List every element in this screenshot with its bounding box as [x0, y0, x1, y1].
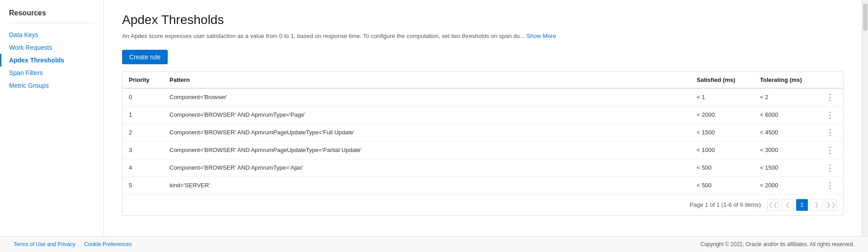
page-title: Apdex Thresholds [122, 13, 844, 27]
pagination-prev-btn[interactable]: ❮ [782, 199, 793, 211]
page-description: An Apdex score expresses user satisfacti… [122, 32, 844, 41]
cell-pattern: Component='BROWSER' AND ApmrumType='Page… [163, 106, 690, 124]
pagination-next-btn[interactable]: ❯ [811, 199, 822, 211]
cell-satisfied: < 1500 [690, 124, 754, 141]
main-content: Apdex Thresholds An Apdex score expresse… [104, 0, 862, 236]
cell-pattern: kind='SERVER' [163, 176, 690, 194]
copyright: Copyright © 2022, Oracle and/or its affi… [700, 241, 854, 247]
pagination-info: Page 1 of 1 (1-6 of 6 items) [689, 201, 761, 208]
sidebar-divider [9, 23, 94, 23]
page-label: Page [689, 201, 703, 208]
table-row: 3 Component='BROWSER' AND ApmrumPageUpda… [123, 141, 843, 159]
cell-actions: ⋮ [817, 106, 843, 124]
cell-satisfied: < 1000 [690, 141, 754, 159]
description-text: An Apdex score expresses user satisfacti… [122, 33, 525, 39]
items-info: (1-6 of 6 items) [722, 201, 761, 208]
footer-links: Terms of Use and Privacy Cookie Preferen… [14, 241, 139, 247]
scrollbar-track[interactable] [862, 0, 868, 236]
cell-priority: 5 [123, 176, 163, 194]
cell-pattern: Component='Browser' [163, 88, 690, 106]
table-row: 5 kind='SERVER' < 500 < 2000 ⋮ [123, 176, 843, 194]
cell-satisfied: < 500 [690, 159, 754, 176]
col-header-tolerating: Tolerating (ms) [754, 72, 817, 88]
col-header-priority: Priority [123, 72, 163, 88]
cell-priority: 3 [123, 141, 163, 159]
page-num: 1 [705, 201, 710, 208]
cell-satisfied: < 1 [690, 88, 754, 106]
col-header-satisfied: Satisfied (ms) [690, 72, 754, 88]
create-rule-button[interactable]: Create rule [122, 50, 168, 64]
table-header-row: Priority Pattern Satisfied (ms) Tolerati… [123, 72, 843, 88]
total-pages: 1 [717, 201, 722, 208]
cell-priority: 1 [123, 106, 163, 124]
sidebar: Resources Data KeysWork RequestsApdex Th… [0, 0, 104, 236]
sidebar-item-work-requests[interactable]: Work Requests [0, 41, 104, 54]
cell-tolerating: < 4500 [754, 124, 817, 141]
cell-tolerating: < 2 [754, 88, 817, 106]
row-action-menu[interactable]: ⋮ [823, 127, 837, 138]
cell-priority: 2 [123, 124, 163, 141]
row-action-menu[interactable]: ⋮ [823, 162, 837, 173]
pagination-first-btn[interactable]: ❮❮ [767, 199, 779, 211]
apdex-table: Priority Pattern Satisfied (ms) Tolerati… [123, 72, 843, 194]
sidebar-title: Resources [0, 9, 104, 23]
table-row: 2 Component='BROWSER' AND ApmrumPageUpda… [123, 124, 843, 141]
cell-actions: ⋮ [817, 124, 843, 141]
cell-tolerating: < 1500 [754, 159, 817, 176]
row-action-menu[interactable]: ⋮ [823, 180, 837, 191]
col-header-pattern: Pattern [163, 72, 690, 88]
table-row: 0 Component='Browser' < 1 < 2 ⋮ [123, 88, 843, 106]
cell-actions: ⋮ [817, 176, 843, 194]
sidebar-item-apdex-thresholds[interactable]: Apdex Thresholds [0, 54, 104, 67]
cell-pattern: Component='BROWSER' AND ApmrumPageUpdate… [163, 141, 690, 159]
row-action-menu[interactable]: ⋮ [823, 92, 837, 103]
cell-tolerating: < 3000 [754, 141, 817, 159]
of-label: of [710, 201, 715, 208]
cell-satisfied: < 500 [690, 176, 754, 194]
sidebar-item-metric-groups[interactable]: Metric Groups [0, 79, 104, 92]
col-header-actions [817, 72, 843, 88]
cookie-link[interactable]: Cookie Preferences [84, 241, 132, 247]
pagination-last-btn[interactable]: ❯❯ [825, 199, 837, 211]
cell-tolerating: < 6000 [754, 106, 817, 124]
cell-satisfied: < 2000 [690, 106, 754, 124]
terms-link[interactable]: Terms of Use and Privacy [14, 241, 75, 247]
pagination-row: Page 1 of 1 (1-6 of 6 items) ❮❮ ❮ 1 ❯ ❯❯ [123, 194, 843, 215]
sidebar-item-span-filters[interactable]: Span Filters [0, 67, 104, 79]
cell-tolerating: < 2000 [754, 176, 817, 194]
cell-priority: 4 [123, 159, 163, 176]
table-row: 4 Component='BROWSER' AND ApmrumType='Aj… [123, 159, 843, 176]
cell-pattern: Component='BROWSER' AND ApmrumPageUpdate… [163, 124, 690, 141]
pagination-page-btn[interactable]: 1 [796, 199, 808, 211]
row-action-menu[interactable]: ⋮ [823, 109, 837, 120]
show-more-link[interactable]: Show More [526, 33, 556, 39]
sidebar-item-data-keys[interactable]: Data Keys [0, 29, 104, 41]
cell-pattern: Component='BROWSER' AND ApmrumType='Ajax… [163, 159, 690, 176]
cell-actions: ⋮ [817, 159, 843, 176]
scrollbar-thumb[interactable] [863, 4, 868, 31]
cell-actions: ⋮ [817, 141, 843, 159]
cell-priority: 0 [123, 88, 163, 106]
cell-actions: ⋮ [817, 88, 843, 106]
footer: Terms of Use and Privacy Cookie Preferen… [0, 236, 868, 252]
apdex-table-container: Priority Pattern Satisfied (ms) Tolerati… [122, 71, 844, 216]
row-action-menu[interactable]: ⋮ [823, 145, 837, 156]
table-row: 1 Component='BROWSER' AND ApmrumType='Pa… [123, 106, 843, 124]
